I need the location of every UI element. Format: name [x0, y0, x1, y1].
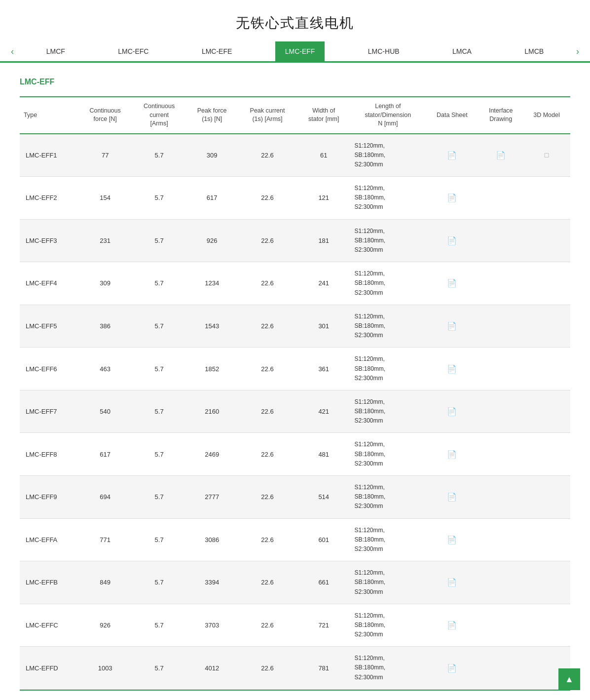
- cell-datasheet[interactable]: 📄: [425, 476, 479, 519]
- pdf-icon[interactable]: 📄: [447, 664, 457, 672]
- cell-datasheet[interactable]: 📄: [425, 348, 479, 390]
- cell-interface: [479, 305, 523, 348]
- cell-type: LMC-EFF1: [20, 134, 78, 177]
- pdf-icon[interactable]: 📄: [447, 151, 457, 159]
- tab-lmc-efe[interactable]: LMC-EFE: [192, 41, 242, 63]
- pdf-icon[interactable]: 📄: [447, 279, 457, 287]
- cell-datasheet[interactable]: 📄: [425, 134, 479, 177]
- cell-datasheet[interactable]: 📄: [425, 518, 479, 561]
- pdf-icon[interactable]: 📄: [447, 194, 457, 202]
- cell-width: 241: [297, 262, 350, 305]
- cell-width: 661: [297, 561, 350, 604]
- cell-datasheet[interactable]: 📄: [425, 604, 479, 647]
- col-width: Width ofstator [mm]: [297, 97, 350, 134]
- cell-width: 514: [297, 476, 350, 519]
- cell-datasheet[interactable]: 📄: [425, 647, 479, 690]
- interface-pdf-icon[interactable]: 📄: [496, 151, 506, 159]
- tab-lmcb[interactable]: LMCB: [515, 41, 553, 63]
- product-table: Type Continuousforce [N] Continuouscurre…: [20, 96, 570, 690]
- cell-cont-force: 231: [78, 219, 132, 262]
- cell-peak-current: 22.6: [238, 476, 297, 519]
- tab-lmca[interactable]: LMCA: [442, 41, 481, 63]
- table-bottom-line: [20, 690, 570, 691]
- pdf-icon[interactable]: 📄: [447, 578, 457, 586]
- cell-datasheet[interactable]: 📄: [425, 561, 479, 604]
- pdf-icon[interactable]: 📄: [447, 365, 457, 373]
- col-interface: InterfaceDrawing: [479, 97, 523, 134]
- table-header-row: Type Continuousforce [N] Continuouscurre…: [20, 97, 570, 134]
- pdf-icon[interactable]: 📄: [447, 322, 457, 330]
- table-row: LMC-EFF7 540 5.7 2160 22.6 421 S1:120mm,…: [20, 390, 570, 433]
- pdf-icon[interactable]: 📄: [447, 493, 457, 501]
- cell-length: S1:120mm,SB:180mm,S2:300mm: [350, 433, 425, 476]
- section-title: LMC-EFF: [20, 78, 570, 86]
- cell-peak-current: 22.6: [238, 433, 297, 476]
- cell-interface: [479, 433, 523, 476]
- table-row: LMC-EFFD 1003 5.7 4012 22.6 781 S1:120mm…: [20, 647, 570, 690]
- col-cont-force: Continuousforce [N]: [78, 97, 132, 134]
- cell-3dmodel[interactable]: □: [523, 134, 570, 177]
- cell-width: 601: [297, 518, 350, 561]
- tab-arrow-right[interactable]: ›: [570, 41, 585, 61]
- table-row: LMC-EFF2 154 5.7 617 22.6 121 S1:120mm,S…: [20, 177, 570, 220]
- tab-lmcf[interactable]: LMCF: [37, 41, 75, 63]
- cell-datasheet[interactable]: 📄: [425, 177, 479, 220]
- cell-cont-current: 5.7: [132, 561, 186, 604]
- col-datasheet: Data Sheet: [425, 97, 479, 134]
- cell-datasheet[interactable]: 📄: [425, 305, 479, 348]
- table-row: LMC-EFF4 309 5.7 1234 22.6 241 S1:120mm,…: [20, 262, 570, 305]
- cell-datasheet[interactable]: 📄: [425, 433, 479, 476]
- cell-type: LMC-EFF5: [20, 305, 78, 348]
- cell-peak-current: 22.6: [238, 305, 297, 348]
- cell-cont-current: 5.7: [132, 262, 186, 305]
- model3d-icon[interactable]: □: [545, 151, 549, 159]
- cell-width: 61: [297, 134, 350, 177]
- cell-cont-current: 5.7: [132, 433, 186, 476]
- table-row: LMC-EFF8 617 5.7 2469 22.6 481 S1:120mm,…: [20, 433, 570, 476]
- pdf-icon[interactable]: 📄: [447, 450, 457, 459]
- page-title: 无铁心式直线电机: [0, 0, 590, 41]
- cell-peak-current: 22.6: [238, 390, 297, 433]
- cell-datasheet[interactable]: 📄: [425, 262, 479, 305]
- tab-lmc-hub[interactable]: LMC-HUB: [358, 41, 409, 63]
- cell-interface: [479, 647, 523, 690]
- table-row: LMC-EFF5 386 5.7 1543 22.6 301 S1:120mm,…: [20, 305, 570, 348]
- cell-length: S1:120mm,SB:180mm,S2:300mm: [350, 134, 425, 177]
- cell-peak-force: 2160: [186, 390, 238, 433]
- pdf-icon[interactable]: 📄: [447, 536, 457, 544]
- cell-interface: [479, 348, 523, 390]
- cell-cont-current: 5.7: [132, 348, 186, 390]
- cell-cont-current: 5.7: [132, 305, 186, 348]
- cell-width: 721: [297, 604, 350, 647]
- table-row: LMC-EFF6 463 5.7 1852 22.6 361 S1:120mm,…: [20, 348, 570, 390]
- cell-length: S1:120mm,SB:180mm,S2:300mm: [350, 476, 425, 519]
- cell-3dmodel: [523, 262, 570, 305]
- cell-peak-force: 926: [186, 219, 238, 262]
- pdf-icon[interactable]: 📄: [447, 407, 457, 416]
- cell-3dmodel: [523, 219, 570, 262]
- tab-arrow-left[interactable]: ‹: [5, 41, 20, 61]
- cell-datasheet[interactable]: 📄: [425, 390, 479, 433]
- scroll-top-button[interactable]: ▲: [558, 668, 580, 690]
- tab-lmc-efc[interactable]: LMC-EFC: [108, 41, 158, 63]
- cell-peak-current: 22.6: [238, 604, 297, 647]
- cell-cont-force: 77: [78, 134, 132, 177]
- cell-interface: [479, 518, 523, 561]
- cell-type: LMC-EFFC: [20, 604, 78, 647]
- tab-lmc-eff[interactable]: LMC-EFF: [275, 41, 325, 63]
- cell-interface: [479, 177, 523, 220]
- cell-type: LMC-EFF2: [20, 177, 78, 220]
- cell-cont-current: 5.7: [132, 177, 186, 220]
- cell-datasheet[interactable]: 📄: [425, 219, 479, 262]
- cell-cont-force: 926: [78, 604, 132, 647]
- pdf-icon[interactable]: 📄: [447, 621, 457, 629]
- cell-3dmodel: [523, 305, 570, 348]
- cell-peak-current: 22.6: [238, 134, 297, 177]
- cell-interface[interactable]: 📄: [479, 134, 523, 177]
- pdf-icon[interactable]: 📄: [447, 236, 457, 245]
- cell-cont-force: 463: [78, 348, 132, 390]
- cell-length: S1:120mm,SB:180mm,S2:300mm: [350, 561, 425, 604]
- cell-peak-current: 22.6: [238, 177, 297, 220]
- cell-interface: [479, 561, 523, 604]
- cell-peak-current: 22.6: [238, 262, 297, 305]
